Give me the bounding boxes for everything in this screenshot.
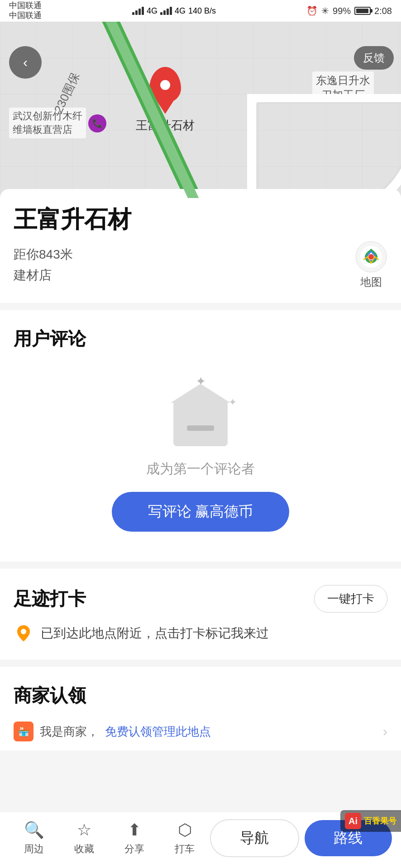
merchant-title: 商家认领: [14, 683, 387, 708]
merchant-section: 商家认领 🏪 我是商家， 免费认领管理此地点 ›: [0, 667, 401, 750]
share-label: 分享: [124, 842, 144, 856]
checkin-section: 足迹打卡 一键打卡 已到达此地点附近，点击打卡标记我来过: [0, 569, 401, 660]
taxi-label: 打车: [175, 842, 195, 856]
merchant-arrow-icon: ›: [383, 724, 387, 739]
label-wuhan: 武汉创新竹木纤 维墙板直营店: [9, 108, 86, 138]
back-button[interactable]: ‹: [9, 46, 42, 79]
nearby-label: 周边: [24, 842, 44, 856]
taxi-icon: ⬡: [178, 821, 192, 840]
empty-review-icon: ✦ ✦: [164, 374, 237, 446]
house-roof: [171, 384, 230, 403]
nav-share[interactable]: ⬆ 分享: [110, 821, 160, 856]
bottom-spacer: [0, 750, 401, 805]
merchant-link[interactable]: 免费认领管理此地点: [105, 724, 211, 740]
svg-text:Ai: Ai: [348, 816, 358, 826]
battery-text: 99%: [333, 6, 351, 16]
clock: 2:08: [374, 6, 392, 16]
empty-review-text: 成为第一个评论者: [146, 460, 255, 478]
star-icon: ✦: [229, 396, 237, 408]
network-info: 4G 4G 140 B/s: [132, 6, 216, 16]
signal-icon-2: [160, 7, 172, 15]
one-click-checkin-button[interactable]: 一键打卡: [314, 585, 387, 613]
svg-point-2: [21, 629, 26, 634]
distance-text: 距你843米: [14, 246, 73, 263]
checkin-header: 足迹打卡 一键打卡: [14, 585, 387, 613]
road-white-inner: [257, 102, 401, 198]
store-icon-purple: 📞: [88, 114, 106, 132]
nav-nearby[interactable]: 🔍 周边: [9, 821, 59, 856]
watermark-logo-icon: Ai: [345, 813, 361, 829]
carrier-info: 中国联通 中国联通: [9, 1, 42, 20]
favorite-label: 收藏: [74, 842, 94, 856]
signal-icon: [132, 7, 144, 15]
nearby-icon: 🔍: [24, 821, 44, 840]
back-icon: ‹: [23, 55, 28, 70]
place-info: 距你843米 建材店: [14, 246, 73, 284]
house-window: [187, 425, 214, 431]
write-review-button[interactable]: 写评论 赢高德币: [112, 492, 290, 532]
place-meta: 距你843米 建材店 地图: [14, 241, 387, 289]
nav-taxi[interactable]: ⬡ 打车: [160, 821, 210, 856]
reviews-title: 用户评论: [14, 326, 387, 351]
nav-favorite[interactable]: ☆ 收藏: [59, 821, 110, 856]
amap-icon: [355, 241, 387, 273]
map-view[interactable]: 230围保 东逸日升水 刀加工厂 武汉创新竹木纤 维墙板直营店 📞 王富升石材 …: [0, 22, 401, 198]
map-label: 地图: [360, 275, 382, 289]
bluetooth-icon: ✳: [321, 5, 329, 16]
merchant-claim-row[interactable]: 🏪 我是商家， 免费认领管理此地点 ›: [14, 722, 387, 741]
status-right: ⏰ ✳ 99% 2:08: [306, 5, 392, 16]
battery-icon: [354, 7, 371, 15]
category-text: 建材店: [14, 267, 73, 284]
pin-dot: [160, 80, 170, 90]
share-icon: ⬆: [128, 821, 141, 840]
watermark-text: 百香果号: [364, 816, 396, 826]
merchant-icon: 🏪: [14, 722, 33, 741]
checkin-description: 已到达此地点附近，点击打卡标记我来过: [14, 623, 387, 643]
empty-review-state: ✦ ✦ 成为第一个评论者 写评论 赢高德币: [14, 365, 387, 545]
content-card: 王富升石材 距你843米 建材店 地图: [0, 189, 401, 310]
section-divider-1: [0, 303, 401, 310]
navigate-button[interactable]: 导航: [210, 819, 299, 857]
road-green-outer: [87, 22, 235, 198]
feedback-button[interactable]: 反馈: [354, 46, 394, 70]
checkin-text: 已到达此地点附近，点击打卡标记我来过: [41, 625, 269, 642]
watermark: Ai 百香果号: [340, 810, 401, 832]
status-bar: 中国联通 中国联通 4G 4G 140 B/s ⏰ ✳ 99% 2:08: [0, 0, 401, 22]
favorite-icon: ☆: [77, 821, 91, 840]
place-name: 王富升石材: [14, 205, 387, 233]
merchant-row-text: 我是商家，: [40, 724, 99, 740]
reviews-section: 用户评论 ✦ ✦ 成为第一个评论者 写评论 赢高德币: [0, 310, 401, 561]
checkin-location-icon: [14, 623, 33, 643]
checkin-title: 足迹打卡: [14, 586, 86, 611]
alarm-icon: ⏰: [306, 5, 318, 16]
open-map-button[interactable]: 地图: [355, 241, 387, 289]
house-body: ✦: [173, 401, 228, 446]
